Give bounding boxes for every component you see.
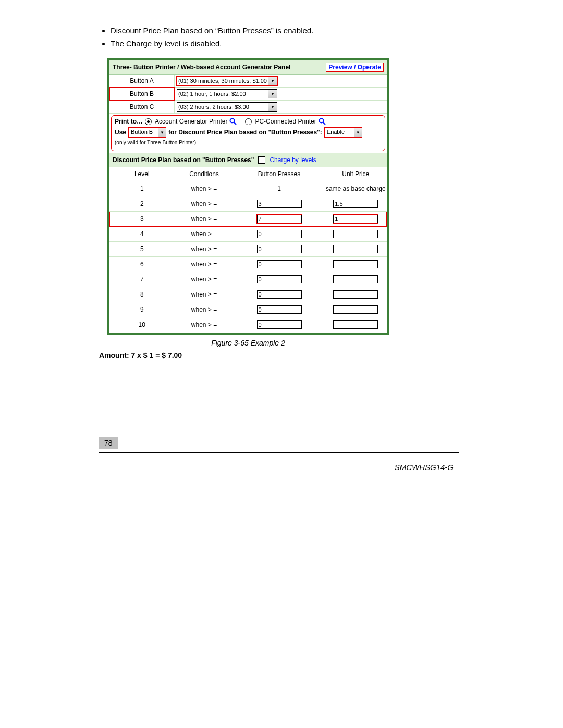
preview-operate-button[interactable]: Preview / Operate (326, 63, 384, 72)
svg-line-1 (234, 122, 236, 125)
unit-price-input[interactable] (333, 215, 378, 223)
button-b-select[interactable]: ▼ (177, 89, 277, 98)
condition-cell: when > = (175, 181, 234, 196)
unit-price-input[interactable] (333, 275, 378, 283)
bullet-1: Discount Price Plan based on “Button Pre… (111, 26, 506, 35)
button-presses-input[interactable] (257, 230, 302, 238)
print-use-block: Print to… Account Generator Printer PC-C… (111, 115, 385, 151)
use-label: Use (115, 129, 126, 136)
button-presses-input[interactable] (257, 305, 302, 314)
unit-price-input[interactable] (333, 260, 378, 268)
chevron-down-icon[interactable]: ▼ (158, 128, 166, 137)
button-presses-cell: 1 (234, 181, 325, 196)
button-a-value[interactable] (177, 76, 268, 85)
config-panel: Three- Button Printer / Web-based Accoun… (107, 58, 389, 335)
level-row: 7when > = (109, 272, 387, 287)
button-a-select[interactable]: ▼ (177, 76, 277, 85)
chevron-down-icon[interactable]: ▼ (268, 89, 277, 98)
button-presses-cell (234, 242, 325, 257)
level-row: 3when > = (109, 212, 387, 227)
level-cell: 10 (109, 317, 175, 332)
level-row: 10when > = (109, 317, 387, 332)
unit-price-input[interactable] (333, 200, 378, 208)
unit-price-input[interactable] (333, 320, 378, 329)
enable-select[interactable]: Enable ▼ (324, 127, 362, 138)
radio-account-printer[interactable] (145, 118, 152, 125)
level-row: 1when > =1same as base charge (109, 181, 387, 196)
radio-pc-printer[interactable] (245, 118, 252, 125)
unit-price-cell (325, 227, 387, 242)
chevron-down-icon[interactable]: ▼ (268, 76, 277, 85)
level-row: 6when > = (109, 257, 387, 272)
condition-cell: when > = (175, 272, 234, 287)
condition-cell: when > = (175, 196, 234, 212)
condition-cell: when > = (175, 242, 234, 257)
button-presses-input[interactable] (257, 275, 302, 283)
button-presses-input[interactable] (257, 200, 302, 208)
button-c-select[interactable]: ▼ (177, 102, 277, 112)
condition-cell: when > = (175, 227, 234, 242)
use-button-value: Button B (129, 128, 158, 137)
use-button-select[interactable]: Button B ▼ (128, 127, 166, 138)
unit-price-input[interactable] (333, 305, 378, 314)
unit-price-input[interactable] (333, 230, 378, 238)
level-row: 8when > = (109, 287, 387, 302)
magnify-icon[interactable] (319, 118, 326, 125)
unit-price-input[interactable] (333, 245, 378, 253)
condition-cell: when > = (175, 317, 234, 332)
button-presses-cell (234, 287, 325, 302)
button-b-value[interactable] (177, 89, 268, 98)
button-presses-cell (234, 302, 325, 317)
button-a-label: Button A (130, 77, 153, 84)
chevron-down-icon[interactable]: ▼ (268, 102, 277, 112)
chevron-down-icon[interactable]: ▼ (354, 128, 362, 137)
charge-by-levels-label[interactable]: Charge by levels (270, 156, 316, 164)
panel-title: Three- Button Printer / Web-based Accoun… (113, 64, 290, 71)
unit-price-cell (325, 196, 387, 212)
button-presses-input[interactable] (257, 215, 302, 223)
button-b-label: Button B (130, 90, 154, 97)
col-unit-price: Unit Price (325, 167, 387, 181)
unit-price-cell (325, 242, 387, 257)
model-id: SMCWHSG14-G (395, 463, 454, 472)
button-presses-input[interactable] (257, 260, 302, 268)
level-cell: 3 (109, 212, 175, 227)
level-row: 2when > = (109, 196, 387, 212)
level-cell: 9 (109, 302, 175, 317)
col-button-presses: Button Presses (234, 167, 325, 181)
magnify-icon[interactable] (229, 118, 237, 125)
amount-line: Amount: 7 x $ 1 = $ 7.00 (99, 351, 506, 360)
button-presses-cell (234, 212, 325, 227)
condition-cell: when > = (175, 302, 234, 317)
level-cell: 7 (109, 272, 175, 287)
footer-rule (99, 452, 459, 453)
button-presses-input[interactable] (257, 290, 302, 299)
level-cell: 5 (109, 242, 175, 257)
radio-pc-printer-label: PC-Connected Printer (255, 118, 316, 125)
intro-bullets: Discount Price Plan based on “Button Pre… (99, 26, 506, 48)
unit-price-cell: same as base charge (325, 181, 387, 196)
unit-price-input[interactable] (333, 290, 378, 299)
unit-price-cell (325, 257, 387, 272)
valid-note: (only valid for Three-Button Printer) (115, 140, 196, 145)
col-level: Level (109, 167, 175, 181)
condition-cell: when > = (175, 257, 234, 272)
level-cell: 1 (109, 181, 175, 196)
col-conditions: Conditions (175, 167, 234, 181)
button-c-value[interactable] (177, 102, 268, 112)
button-presses-input[interactable] (257, 245, 302, 253)
charge-by-levels-checkbox[interactable] (258, 156, 265, 164)
button-presses-cell (234, 196, 325, 212)
button-presses-input[interactable] (257, 320, 302, 329)
page-number: 78 (99, 437, 118, 449)
level-row: 9when > = (109, 302, 387, 317)
level-cell: 6 (109, 257, 175, 272)
unit-price-cell (325, 212, 387, 227)
level-row: 4when > = (109, 227, 387, 242)
unit-price-cell (325, 317, 387, 332)
condition-cell: when > = (175, 287, 234, 302)
condition-cell: when > = (175, 212, 234, 227)
svg-line-3 (323, 122, 325, 125)
button-presses-cell (234, 272, 325, 287)
button-presses-cell (234, 227, 325, 242)
